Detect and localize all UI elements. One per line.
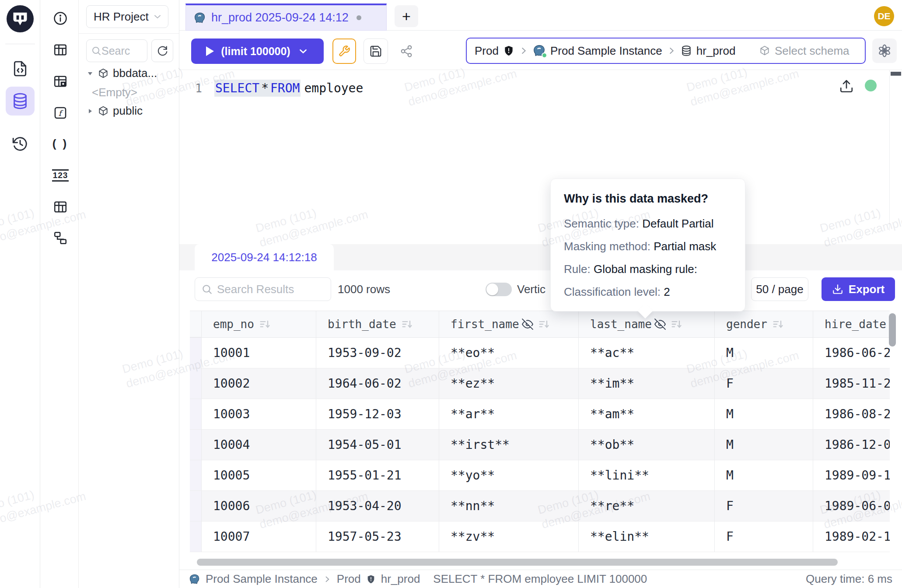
sequences-button[interactable]: 123 bbox=[51, 166, 70, 185]
bytebase-logo[interactable] bbox=[7, 5, 34, 32]
tree-node-schema[interactable]: public bbox=[87, 104, 143, 118]
rail-history-button[interactable] bbox=[6, 130, 35, 158]
row-gutter[interactable] bbox=[190, 460, 202, 491]
row-gutter[interactable] bbox=[190, 399, 202, 430]
table-cell[interactable]: **re** bbox=[579, 491, 715, 522]
table-cell[interactable]: **ar** bbox=[439, 399, 579, 430]
table-cell[interactable]: 1985-11-2 bbox=[813, 368, 890, 399]
row-gutter[interactable] bbox=[190, 368, 202, 399]
info-button[interactable] bbox=[51, 9, 70, 28]
table-cell[interactable]: 1953-09-02 bbox=[316, 338, 439, 368]
column-header-emp-no[interactable]: emp_no bbox=[202, 311, 316, 337]
table-cell[interactable]: 10004 bbox=[202, 430, 316, 460]
table-cell[interactable]: F bbox=[715, 522, 813, 552]
tree-search-input[interactable] bbox=[101, 45, 141, 57]
table-cell[interactable]: **ob** bbox=[579, 430, 715, 460]
table-cell[interactable]: 10001 bbox=[202, 338, 316, 368]
select-schema-dropdown[interactable]: Select schema bbox=[752, 38, 866, 64]
table-cell[interactable]: **yo** bbox=[439, 460, 579, 491]
table-cell[interactable]: 1986-08-2 bbox=[813, 399, 890, 430]
column-header-first-name[interactable]: first_name bbox=[439, 311, 579, 337]
horizontal-scrollbar[interactable] bbox=[197, 559, 838, 566]
table-cell[interactable]: M bbox=[715, 338, 813, 368]
refresh-button[interactable] bbox=[151, 39, 173, 62]
external-tables-button[interactable] bbox=[51, 72, 70, 91]
sort-icon[interactable] bbox=[670, 318, 682, 330]
table-cell[interactable]: 1957-05-23 bbox=[316, 522, 439, 552]
views-button[interactable] bbox=[51, 197, 70, 217]
result-search[interactable] bbox=[195, 277, 331, 301]
table-cell[interactable]: F bbox=[715, 368, 813, 399]
table-cell[interactable]: **ez** bbox=[439, 368, 579, 399]
table-cell[interactable]: 10007 bbox=[202, 522, 316, 552]
table-cell[interactable]: **zv** bbox=[439, 522, 579, 552]
table-cell[interactable]: 10002 bbox=[202, 368, 316, 399]
run-query-button[interactable]: (limit 100000) bbox=[191, 38, 324, 64]
row-gutter[interactable] bbox=[190, 338, 202, 368]
add-tab-button[interactable]: + bbox=[395, 5, 418, 27]
ai-assistant-button[interactable] bbox=[872, 38, 897, 63]
table-cell[interactable]: F bbox=[715, 491, 813, 522]
schema-diagram-button[interactable] bbox=[51, 228, 70, 248]
row-gutter[interactable] bbox=[190, 491, 202, 522]
result-tab-active[interactable]: 2025-09-24 14:12:18 bbox=[195, 244, 334, 270]
table-cell[interactable]: 1986-12-0 bbox=[813, 430, 890, 460]
format-sql-button[interactable] bbox=[332, 38, 356, 64]
table-cell[interactable]: 10005 bbox=[202, 460, 316, 491]
rail-database-button[interactable] bbox=[6, 87, 35, 116]
rail-worksheet-button[interactable] bbox=[6, 54, 35, 83]
table-cell[interactable]: 10006 bbox=[202, 491, 316, 522]
status-instance[interactable]: Prod Sample Instance bbox=[206, 572, 318, 586]
table-cell[interactable]: 1986-06-2 bbox=[813, 338, 890, 368]
row-gutter[interactable] bbox=[190, 522, 202, 552]
eye-off-icon[interactable] bbox=[654, 318, 666, 330]
table-cell[interactable]: 1964-06-02 bbox=[316, 368, 439, 399]
eye-off-icon[interactable] bbox=[522, 318, 533, 330]
share-sheet-button[interactable] bbox=[395, 38, 418, 64]
table-cell[interactable]: 1989-09-1 bbox=[813, 460, 890, 491]
connection-breadcrumb[interactable]: Prod Prod Sample Instance hr_prod bbox=[466, 38, 753, 64]
sort-icon[interactable] bbox=[401, 318, 413, 330]
table-cell[interactable]: M bbox=[715, 399, 813, 430]
table-cell[interactable]: **nn** bbox=[439, 491, 579, 522]
table-cell[interactable]: **im** bbox=[579, 368, 715, 399]
sql-editor[interactable]: 1 SELECT * FROM employee bbox=[179, 70, 902, 231]
column-header-gender[interactable]: gender bbox=[715, 311, 813, 337]
table-cell[interactable]: **eo** bbox=[439, 338, 579, 368]
sheet-tab-active[interactable]: hr_prod 2025-09-24 14:12 bbox=[185, 4, 387, 31]
page-size-select[interactable]: 50 / page bbox=[751, 277, 808, 301]
table-cell[interactable]: 1955-01-21 bbox=[316, 460, 439, 491]
user-avatar[interactable]: DE bbox=[874, 6, 894, 26]
table-cell[interactable]: 1989-06-0 bbox=[813, 491, 890, 522]
save-sheet-button[interactable] bbox=[364, 38, 388, 64]
tables-button[interactable] bbox=[51, 40, 70, 60]
tree-search[interactable] bbox=[86, 39, 147, 62]
table-cell[interactable]: **elin** bbox=[579, 522, 715, 552]
tree-node-database[interactable]: bbdata... bbox=[87, 66, 157, 80]
vertical-mode-toggle[interactable] bbox=[486, 283, 512, 296]
table-cell[interactable]: 1989-02-1 bbox=[813, 522, 890, 552]
table-cell[interactable]: 1959-12-03 bbox=[316, 399, 439, 430]
sort-icon[interactable] bbox=[772, 318, 784, 330]
table-cell[interactable]: **ac** bbox=[579, 338, 715, 368]
column-header-birth-date[interactable]: birth_date bbox=[316, 311, 439, 337]
upload-icon[interactable] bbox=[839, 79, 854, 94]
row-gutter[interactable] bbox=[190, 430, 202, 460]
functions-button[interactable]: f bbox=[51, 103, 70, 122]
table-cell[interactable]: 1954-05-01 bbox=[316, 430, 439, 460]
project-selector[interactable]: HR Project bbox=[86, 5, 168, 28]
procedures-button[interactable]: ( ) bbox=[51, 134, 70, 153]
export-button[interactable]: Export bbox=[822, 277, 895, 301]
table-cell[interactable]: 1953-04-20 bbox=[316, 491, 439, 522]
chevron-down-icon[interactable] bbox=[297, 46, 309, 57]
table-cell[interactable]: **am** bbox=[579, 399, 715, 430]
table-cell[interactable]: 10003 bbox=[202, 399, 316, 430]
table-cell[interactable]: M bbox=[715, 430, 813, 460]
table-cell[interactable]: **lini** bbox=[579, 460, 715, 491]
table-cell[interactable]: **irst** bbox=[439, 430, 579, 460]
status-env[interactable]: Prod bbox=[337, 572, 361, 586]
column-header-hire-date[interactable]: hire_date bbox=[813, 311, 890, 337]
vertical-scrollbar[interactable] bbox=[889, 313, 896, 346]
sort-icon[interactable] bbox=[538, 318, 550, 330]
status-database[interactable]: hr_prod bbox=[381, 572, 420, 586]
